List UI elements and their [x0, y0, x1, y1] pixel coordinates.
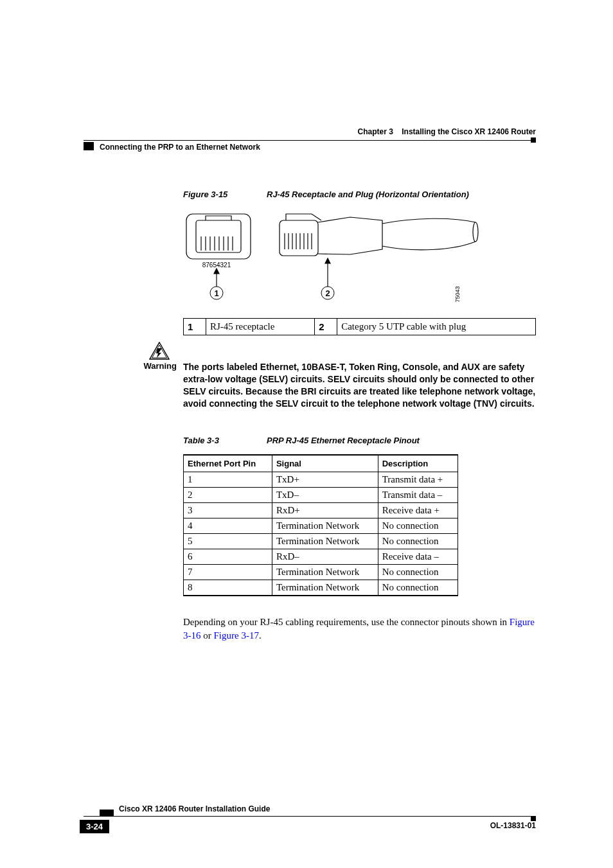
table-row: 7Termination NetworkNo connection [184, 564, 458, 580]
svg-rect-13 [280, 220, 318, 256]
table-cell: 1 [184, 472, 272, 487]
table-row: 3RxD+Receive data + [184, 502, 458, 518]
table-cell: RxD– [272, 549, 378, 564]
chapter-label: Chapter 3 [358, 127, 393, 136]
svg-marker-24 [325, 258, 330, 263]
footer-rule [84, 816, 536, 817]
drawing-id: 75043 [454, 286, 461, 302]
document-id: OL-13831-01 [490, 821, 536, 830]
table-cell: Transmit data – [378, 487, 458, 502]
chapter-title: Installing the Cisco XR 12406 Router [402, 127, 536, 136]
table-cell: TxD– [272, 487, 378, 502]
figure-title: RJ-45 Receptacle and Plug (Horizontal Or… [267, 190, 469, 199]
table-header-row: Ethernet Port Pin Signal Description [184, 455, 458, 472]
svg-marker-11 [214, 269, 219, 274]
col-header: Description [378, 455, 458, 472]
page: Chapter 3 Installing the Cisco XR 12406 … [0, 0, 613, 868]
table-cell: No connection [378, 580, 458, 596]
body-paragraph: Depending on your RJ-45 cabling requirem… [183, 616, 536, 642]
table-cell: RxD+ [272, 502, 378, 518]
warning-label: Warning [119, 361, 177, 371]
figure-label: Figure 3-15 [183, 190, 267, 199]
table-title: PRP RJ-45 Ethernet Receptacle Pinout [267, 436, 420, 445]
section-title: Connecting the PRP to an Ethernet Networ… [100, 143, 260, 152]
svg-rect-1 [196, 220, 241, 252]
section-marker [84, 142, 94, 150]
legend-num: 1 [184, 319, 206, 335]
header-rule [84, 140, 536, 141]
table-row: 4Termination NetworkNo connection [184, 518, 458, 533]
table-caption: Table 3-3PRP RJ-45 Ethernet Receptacle P… [183, 436, 536, 445]
table-cell: 2 [184, 487, 272, 502]
table-cell: 3 [184, 502, 272, 518]
table-cell: 4 [184, 518, 272, 533]
pin-labels: 87654321 [202, 261, 231, 269]
table-cell: Receive data + [378, 502, 458, 518]
para-text: Depending on your RJ-45 cabling requirem… [183, 617, 510, 627]
content-area: Figure 3-15RJ-45 Receptacle and Plug (Ho… [183, 190, 536, 652]
legend-num: 2 [315, 319, 337, 335]
footer-end-marker [531, 816, 536, 821]
table-cell: 6 [184, 549, 272, 564]
table-cell: Transmit data + [378, 472, 458, 487]
table-row: 5Termination NetworkNo connection [184, 533, 458, 549]
callout-1: 1 [214, 288, 218, 298]
table-cell: Termination Network [272, 564, 378, 580]
table-row: 1 RJ-45 receptacle 2 Category 5 UTP cabl… [184, 319, 536, 335]
page-number: 3-24 [80, 820, 109, 833]
figure-caption: Figure 3-15RJ-45 Receptacle and Plug (Ho… [183, 190, 536, 199]
figure-diagram: 87654321 1 [183, 211, 536, 306]
table-cell: Receive data – [378, 549, 458, 564]
table-cell: 8 [184, 580, 272, 596]
warning-text: The ports labeled Ethernet, 10BASE-T, To… [183, 361, 536, 410]
table-cell: No connection [378, 533, 458, 549]
legend-text: Category 5 UTP cable with plug [337, 319, 536, 335]
table-cell: Termination Network [272, 518, 378, 533]
table-cell: Termination Network [272, 533, 378, 549]
para-text: . [259, 630, 262, 641]
legend-text: RJ-45 receptacle [206, 319, 315, 335]
table-row: 1TxD+Transmit data + [184, 472, 458, 487]
page-footer: Cisco XR 12406 Router Installation Guide… [84, 816, 536, 817]
table-row: 6RxD–Receive data – [184, 549, 458, 564]
col-header: Ethernet Port Pin [184, 455, 272, 472]
table-cell: 7 [184, 564, 272, 580]
warning-icon [141, 342, 177, 362]
footer-guide-title: Cisco XR 12406 Router Installation Guide [119, 804, 270, 813]
table-row: 8Termination NetworkNo connection [184, 580, 458, 596]
table-cell: No connection [378, 518, 458, 533]
figure-link[interactable]: Figure 3-17 [214, 630, 259, 641]
callout-2: 2 [325, 288, 330, 298]
table-row: 2TxD–Transmit data – [184, 487, 458, 502]
para-text: or [201, 630, 214, 641]
table-label: Table 3-3 [183, 436, 267, 445]
col-header: Signal [272, 455, 378, 472]
table-cell: TxD+ [272, 472, 378, 487]
svg-point-22 [473, 222, 478, 242]
figure-legend-table: 1 RJ-45 receptacle 2 Category 5 UTP cabl… [183, 318, 536, 335]
warning-block: Warning The ports labeled Ethernet, 10BA… [183, 361, 536, 410]
table-cell: Termination Network [272, 580, 378, 596]
chapter-header: Chapter 3 Installing the Cisco XR 12406 … [358, 127, 536, 136]
table-cell: 5 [184, 533, 272, 549]
table-cell: No connection [378, 564, 458, 580]
footer-marker [100, 810, 114, 816]
pinout-table: Ethernet Port Pin Signal Description 1Tx… [183, 454, 458, 596]
